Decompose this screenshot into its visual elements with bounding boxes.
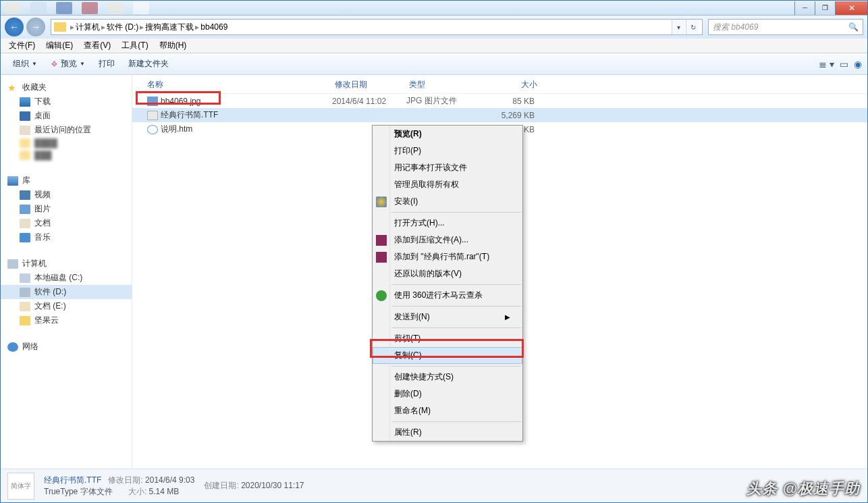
sidebar-item-music[interactable]: 音乐	[1, 230, 132, 244]
bc-part[interactable]: 计算机	[76, 22, 100, 33]
status-size: 5.14 MB	[149, 487, 180, 496]
sidebar-item-disk-e[interactable]: 文档 (E:)	[1, 299, 132, 313]
ctx-restore[interactable]: 还原以前的版本(V)	[373, 265, 522, 282]
file-row-selected[interactable]: 经典行书简.TTF 5,269 KB	[132, 108, 867, 122]
ctx-admin[interactable]: 管理员取得所有权	[373, 176, 522, 193]
context-menu: 预览(R) 打印(P) 用记事本打开该文件 管理员取得所有权 安装(I) 打开方…	[372, 125, 523, 442]
bc-part[interactable]: 搜狗高速下载	[145, 22, 194, 33]
toolbar: 组织▼ ❖预览▼ 打印 新建文件夹 ≣ ▾ ▭ ◉	[1, 53, 867, 75]
forward-button[interactable]: →	[26, 18, 45, 36]
search-placeholder: 搜索 bb4069	[713, 22, 758, 33]
ctx-preview[interactable]: 预览(R)	[373, 126, 522, 142]
column-headers: 名称 修改日期 类型 大小	[132, 75, 867, 94]
breadcrumb[interactable]: ▸ 计算机▸ 软件 (D:)▸ 搜狗高速下载▸ bb4069 ▾↻	[51, 19, 703, 35]
file-row[interactable]: bb4069.jpg 2014/6/4 11:02 JPG 图片文件 85 KB	[132, 94, 867, 108]
view-mode-button[interactable]: ≣ ▾	[819, 59, 834, 70]
sidebar-item-pictures[interactable]: 图片	[1, 202, 132, 216]
ctx-install[interactable]: 安装(I)	[373, 193, 522, 210]
ctx-rename[interactable]: 重命名(M)	[373, 402, 522, 419]
print-button[interactable]: 打印	[92, 56, 121, 72]
explorer-window: ─ ❐ ✕ ← → ▸ 计算机▸ 软件 (D:)▸ 搜狗高速下载▸ bb4069…	[0, 0, 868, 503]
taskbar-icon	[5, 2, 21, 14]
col-size[interactable]: 大小	[490, 79, 537, 90]
newfolder-button[interactable]: 新建文件夹	[121, 56, 175, 72]
360-icon	[376, 290, 387, 301]
bc-dropdown[interactable]: ▾	[672, 20, 685, 34]
sidebar-item-jianguoyun[interactable]: 坚果云	[1, 313, 132, 327]
minimize-button[interactable]: ─	[794, 1, 815, 15]
ctx-print[interactable]: 打印(P)	[373, 142, 522, 159]
sidebar-item-documents[interactable]: 文档	[1, 216, 132, 230]
col-type[interactable]: 类型	[409, 79, 490, 90]
search-input[interactable]: 搜索 bb4069 🔍	[708, 19, 863, 35]
jpg-icon	[147, 97, 158, 106]
taskbar-icon	[82, 2, 98, 14]
col-name[interactable]: 名称	[132, 79, 335, 90]
bc-part[interactable]: 软件 (D:)	[107, 22, 138, 33]
ctx-delete[interactable]: 删除(D)	[373, 386, 522, 402]
htm-icon	[147, 125, 158, 134]
ctx-scan360[interactable]: 使用 360进行木马云查杀	[373, 287, 522, 304]
ctx-notepad[interactable]: 用记事本打开该文件	[373, 159, 522, 176]
statusbar: 简体字 经典行书简.TTF 修改日期: 2014/6/4 9:03 TrueTy…	[1, 469, 867, 502]
col-date[interactable]: 修改日期	[335, 79, 409, 90]
ctx-cut[interactable]: 剪切(T)	[373, 330, 522, 347]
sidebar-item-blurred[interactable]: ███	[1, 149, 132, 161]
ctx-addarchive[interactable]: 添加到压缩文件(A)...	[373, 232, 522, 248]
sidebar-item-videos[interactable]: 视频	[1, 188, 132, 202]
rar-icon	[376, 235, 387, 246]
sidebar-item-blurred[interactable]: ████	[1, 137, 132, 149]
sidebar-libraries[interactable]: 库	[1, 174, 132, 188]
taskbar-icon	[30, 2, 47, 14]
titlebar: ─ ❐ ✕	[1, 1, 867, 16]
sidebar-computer[interactable]: 计算机	[1, 257, 132, 271]
sidebar-item-disk-c[interactable]: 本地磁盘 (C:)	[1, 271, 132, 285]
taskbar-icon	[133, 2, 149, 14]
ctx-shortcut[interactable]: 创建快捷方式(S)	[373, 369, 522, 386]
back-button[interactable]: ←	[5, 18, 24, 36]
sidebar-network[interactable]: 网络	[1, 340, 132, 354]
menubar: 文件(F) 编辑(E) 查看(V) 工具(T) 帮助(H)	[1, 38, 867, 53]
help-button[interactable]: ◉	[854, 59, 862, 70]
sidebar-item-downloads[interactable]: 下载	[1, 95, 132, 109]
refresh-button[interactable]: ↻	[686, 20, 699, 34]
ctx-copy[interactable]: 复制(C)	[373, 347, 522, 364]
sidebar: ★收藏夹 下载 桌面 最近访问的位置 ████ ███ 库 视频 图片 文档 音…	[1, 75, 132, 469]
maximize-button[interactable]: ❐	[815, 1, 835, 15]
menu-file[interactable]: 文件(F)	[3, 38, 40, 53]
taskbar-icon	[107, 2, 124, 14]
ttf-icon	[147, 111, 158, 120]
ctx-properties[interactable]: 属性(R)	[373, 424, 522, 441]
rar-icon	[376, 252, 387, 263]
status-filename: 经典行书简.TTF	[44, 475, 101, 485]
status-modified: 2014/6/4 9:03	[145, 475, 194, 485]
bc-part[interactable]: bb4069	[200, 22, 227, 32]
menu-view[interactable]: 查看(V)	[78, 38, 116, 53]
sidebar-item-disk-d[interactable]: 软件 (D:)	[1, 285, 132, 299]
sidebar-item-recent[interactable]: 最近访问的位置	[1, 123, 132, 137]
close-button[interactable]: ✕	[835, 1, 867, 15]
search-icon: 🔍	[848, 22, 859, 32]
menu-edit[interactable]: 编辑(E)	[40, 38, 78, 53]
taskbar-icon	[56, 2, 72, 14]
organize-button[interactable]: 组织▼	[6, 56, 44, 72]
file-thumbnail: 简体字	[7, 473, 34, 500]
preview-button[interactable]: ❖预览▼	[44, 56, 92, 72]
sidebar-favorites[interactable]: ★收藏夹	[1, 80, 132, 95]
navbar: ← → ▸ 计算机▸ 软件 (D:)▸ 搜狗高速下载▸ bb4069 ▾↻ 搜索…	[1, 16, 867, 38]
ctx-addrar[interactable]: 添加到 "经典行书简.rar"(T)	[373, 248, 522, 265]
menu-help[interactable]: 帮助(H)	[154, 38, 192, 53]
ctx-openwith[interactable]: 打开方式(H)...	[373, 215, 522, 232]
status-created: 2020/10/30 11:17	[241, 481, 304, 490]
preview-pane-button[interactable]: ▭	[840, 59, 848, 70]
folder-icon	[54, 22, 66, 32]
ctx-sendto[interactable]: 发送到(N)▶	[373, 309, 522, 325]
status-filetype: TrueType 字体文件	[44, 487, 113, 496]
shield-icon	[376, 196, 387, 207]
menu-tools[interactable]: 工具(T)	[116, 38, 153, 53]
sidebar-item-desktop[interactable]: 桌面	[1, 109, 132, 123]
